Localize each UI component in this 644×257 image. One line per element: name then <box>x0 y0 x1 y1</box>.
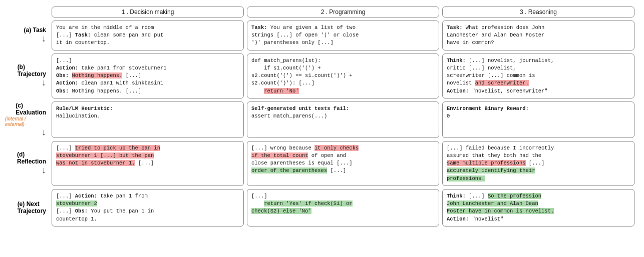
trajectory-text-1: [...] Action: take pan1 from stoveburner… <box>56 58 167 94</box>
trajectory-arrow: ↓ <box>42 78 46 88</box>
trajectory-cell-1: [...] Action: take pan1 from stoveburner… <box>52 54 244 98</box>
evaluation-cell-3: Environment Binary Reward: 0 <box>442 102 634 138</box>
task-label-text: (a) Task <box>24 26 46 34</box>
trajectory-text-2: def match_parens(lst): if s1.count('(') … <box>251 58 353 94</box>
task-text-1: You are in the middle of a room[...] Tas… <box>56 24 163 46</box>
trajectory-label: (b)Trajectory ↓ <box>5 52 50 100</box>
trajectory-cell-3: Think: [...] novelist, journalist, criti… <box>442 54 634 98</box>
reflection-text-2: [...] wrong because it only checksif the… <box>251 145 359 174</box>
col-title-2: 2 . Programming <box>321 8 366 16</box>
next-cell-1: [...] Action: take pan 1 from stoveburne… <box>52 189 244 226</box>
task-text-3: Task: What profession does JohnLancheste… <box>447 24 544 46</box>
next-text-1: [...] Action: take pan 1 from stoveburne… <box>56 193 154 222</box>
evaluation-text-2: Self-generated unit tests fail: assert m… <box>251 106 349 119</box>
evaluation-text-1: Rule/LM Heuristic: Hallucination. <box>56 106 113 119</box>
reflection-text-3: [...] failed because I incorrectlyassume… <box>447 145 554 182</box>
trajectory-text-3: Think: [...] novelist, journalist, criti… <box>447 58 554 94</box>
col-header-3: 3 . Reasoning <box>442 6 634 18</box>
evaluation-cell-2: Self-generated unit tests fail: assert m… <box>247 102 439 138</box>
next-label-text: (e) NextTrajectory <box>18 200 46 214</box>
evaluation-sublabel: (internal / external) <box>5 116 46 127</box>
task-cell-1: You are in the middle of a room[...] Tas… <box>52 20 244 50</box>
task-label: (a) Task ↓ <box>5 19 50 52</box>
evaluation-text-3: Environment Binary Reward: 0 <box>447 106 529 119</box>
next-label: (e) NextTrajectory <box>5 188 50 228</box>
evaluation-label: (c)Evaluation (internal / external) ↓ <box>5 100 50 140</box>
reflection-text-1: [...] tried to pick up the pan instovebu… <box>56 145 160 166</box>
main-grid: 1 . Decision making 2 . Programming 3 . … <box>5 5 636 228</box>
reflection-label-text: (d)Reflection <box>17 151 46 165</box>
header-label-empty <box>5 5 50 19</box>
col-header-1: 1 . Decision making <box>52 6 244 18</box>
next-text-2: [...] return 'Yes' if check(S1) orcheck(… <box>251 193 353 214</box>
reflection-cell-3: [...] failed because I incorrectlyassume… <box>442 141 634 186</box>
next-cell-3: Think: [...] So the professionJohn Lanch… <box>442 189 634 226</box>
reflection-label: (d)Reflection ↓ <box>5 140 50 188</box>
reflection-cell-1: [...] tried to pick up the pan instovebu… <box>52 141 244 186</box>
col-header-2: 2 . Programming <box>247 6 439 18</box>
evaluation-label-text: (c)Evaluation <box>16 102 46 116</box>
evaluation-arrow: ↓ <box>42 127 46 138</box>
reflection-cell-2: [...] wrong because it only checksif the… <box>247 141 439 186</box>
next-cell-2: [...] return 'Yes' if check(S1) orcheck(… <box>247 189 439 226</box>
reflection-arrow: ↓ <box>42 165 46 176</box>
trajectory-cell-2: def match_parens(lst): if s1.count('(') … <box>247 54 439 98</box>
task-cell-3: Task: What profession does JohnLancheste… <box>442 20 634 50</box>
col-title-1: 1 . Decision making <box>122 8 174 16</box>
col-title-3: 3 . Reasoning <box>520 8 557 16</box>
task-arrow: ↓ <box>42 34 46 44</box>
trajectory-label-text: (b)Trajectory <box>18 64 46 78</box>
next-text-3: Think: [...] So the professionJohn Lanch… <box>447 193 554 222</box>
evaluation-cell-1: Rule/LM Heuristic: Hallucination. <box>52 102 244 138</box>
task-cell-2: Task: You are given a list of twostrings… <box>247 20 439 50</box>
task-text-2: Task: You are given a list of twostrings… <box>251 24 359 46</box>
